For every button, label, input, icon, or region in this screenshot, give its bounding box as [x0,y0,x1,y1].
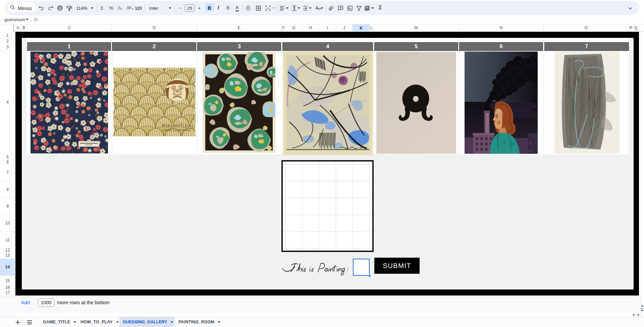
svg-text:1940: 1940 [527,149,533,152]
svg-text:K: K [530,141,532,145]
svg-text:GEWEBE IN ZWEI FARBEN: GEWEBE IN ZWEI FARBEN [162,129,191,131]
svg-text:WVASSHVTLEIN: WVASSHVTLEIN [162,124,191,128]
